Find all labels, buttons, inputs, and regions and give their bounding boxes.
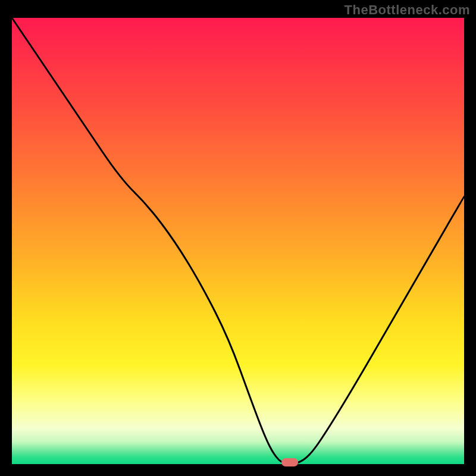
optimal-marker bbox=[281, 458, 298, 466]
plot-area bbox=[12, 18, 464, 464]
watermark-text: TheBottleneck.com bbox=[345, 2, 470, 18]
bottleneck-curve-path bbox=[12, 18, 464, 464]
curve-svg bbox=[12, 18, 464, 464]
chart-frame: TheBottleneck.com bbox=[0, 0, 476, 476]
